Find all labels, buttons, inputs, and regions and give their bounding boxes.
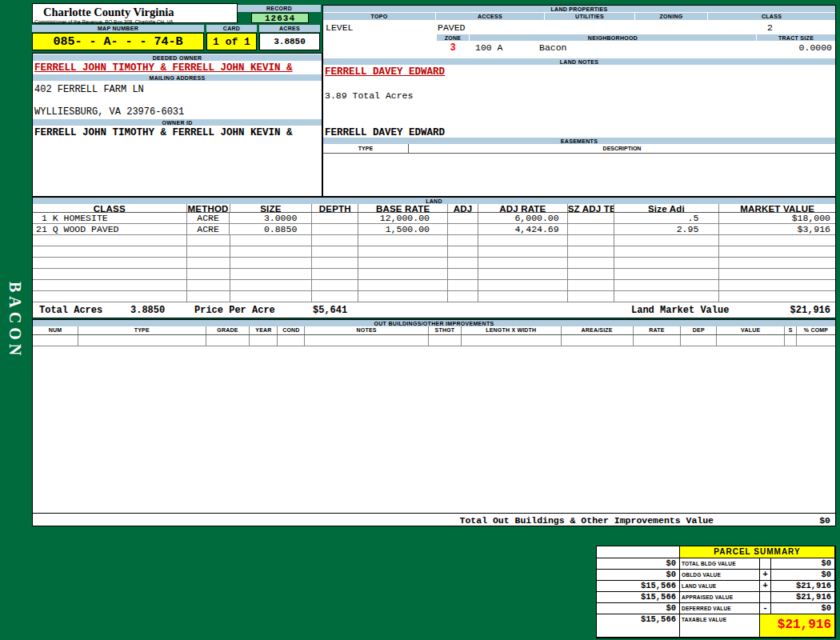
col-grade: GRADE bbox=[206, 326, 250, 334]
summary-operator bbox=[760, 558, 771, 570]
land-adj-rate: 4,424.69 bbox=[478, 224, 568, 234]
prior-taxable-value: $15,566 bbox=[597, 614, 680, 638]
tract-size-header: TRACT SIZE bbox=[757, 34, 835, 41]
label-taxable-value: TAXABLE VALUE bbox=[680, 614, 760, 638]
land-base-rate: 1,500.00 bbox=[358, 224, 448, 234]
land-properties-header: LAND PROPERTIES bbox=[323, 6, 835, 12]
neighborhood-header: NEIGHBORHOOD bbox=[470, 34, 756, 41]
col-sthgt: STHGT bbox=[429, 326, 462, 334]
land-method: ACRE bbox=[187, 224, 230, 234]
easements-columns: TYPE DESCRIPTION bbox=[323, 144, 835, 154]
owner-id-name: FERRELL JOHN TIMOTHY & FERRELL JOHN KEVI… bbox=[34, 127, 293, 138]
deeded-owner-name-continued: FERRELL DAVEY EDWARD bbox=[325, 66, 445, 78]
col-utilities: UTILITIES bbox=[545, 13, 634, 20]
label-land-value: LAND VALUE bbox=[680, 581, 760, 592]
col-pct-comp: % COMP bbox=[797, 326, 835, 334]
col-value: VALUE bbox=[717, 326, 785, 334]
out-buildings-section: OUT BUILDINGS/OTHER IMPROVEMENTS NUM TYP… bbox=[32, 319, 836, 526]
label-appraised-value: APPRAISED VALUE bbox=[680, 592, 760, 603]
owner-id-header: OWNER ID bbox=[33, 119, 322, 126]
neighborhood-vertical-label: BACON bbox=[6, 282, 24, 370]
neighborhood-code: 100 A bbox=[475, 42, 503, 53]
col-land-sz-adj-tbl: SZ ADJ TBL bbox=[568, 204, 614, 212]
land-table-header: LAND bbox=[33, 198, 835, 204]
col-land-market-value: MARKET VALUE bbox=[719, 204, 835, 212]
land-table-row: 21 Q WOOD PAVED ACRE 0.8850 1,500.00 4,4… bbox=[33, 224, 835, 235]
col-land-method: METHOD bbox=[187, 204, 230, 212]
col-cond: COND bbox=[278, 326, 305, 334]
col-rate: RATE bbox=[634, 326, 682, 334]
taxable-value: $21,916 bbox=[760, 614, 835, 638]
easements-col-description: DESCRIPTION bbox=[409, 144, 835, 153]
summary-operator: + bbox=[760, 581, 771, 592]
label-deferred-value: DEFERRED VALUE bbox=[680, 603, 760, 614]
col-land-depth: DEPTH bbox=[312, 204, 358, 212]
zone-header: ZONE bbox=[437, 34, 469, 41]
record-header: RECORD bbox=[238, 5, 321, 12]
prior-appraised-value: $15,566 bbox=[597, 592, 680, 603]
col-access: ACCESS bbox=[436, 13, 544, 20]
land-size: 0.8850 bbox=[230, 224, 312, 234]
prior-deferred-value: $0 bbox=[597, 603, 680, 614]
land-table-empty-row bbox=[33, 246, 835, 258]
out-buildings-header: OUT BUILDINGS/OTHER IMPROVEMENTS bbox=[33, 320, 835, 326]
class-value: 2 bbox=[705, 22, 835, 33]
col-class: CLASS bbox=[708, 13, 835, 20]
out-buildings-total-value: $0 bbox=[819, 515, 830, 526]
acres-value: 3.8850 bbox=[259, 33, 320, 50]
land-size-adj: .5 bbox=[614, 213, 720, 223]
land-market-value: $3,916 bbox=[719, 224, 835, 234]
out-buildings-total-row: Total Out Buildings & Other Improvements… bbox=[33, 513, 835, 526]
current-appraised-value: $21,916 bbox=[771, 592, 835, 603]
land-table-row: 1 K HOMESITE ACRE 3.0000 12,000.00 6,000… bbox=[33, 213, 835, 224]
land-note: 3.89 Total Acres bbox=[325, 90, 413, 101]
land-market-value-label: Land Market Value bbox=[631, 305, 729, 316]
col-dep: DEP bbox=[681, 326, 717, 334]
mailing-address-header: MAILING ADDRESS bbox=[33, 74, 322, 81]
label-total-bldg-value: TOTAL BLDG VALUE bbox=[680, 558, 760, 570]
easements-col-type: TYPE bbox=[323, 144, 409, 153]
tract-size-value: 0.0000 bbox=[757, 42, 832, 53]
col-zoning: ZONING bbox=[635, 13, 707, 20]
summary-corner-cell bbox=[597, 546, 680, 558]
total-acres-value: 3.8850 bbox=[130, 305, 165, 316]
deeded-owner-header: DEEDED OWNER bbox=[33, 54, 322, 61]
easements-header: EASEMENTS bbox=[323, 138, 835, 144]
land-adj-rate: 6,000.00 bbox=[478, 213, 568, 223]
land-base-rate: 12,000.00 bbox=[358, 213, 448, 223]
current-total-bldg-value: $0 bbox=[771, 558, 835, 570]
col-s: S bbox=[785, 326, 797, 334]
land-table-empty-row bbox=[33, 258, 835, 269]
land-notes-header: LAND NOTES bbox=[323, 58, 835, 65]
mailing-address-line2: WYLLIESBURG, VA 23976-6031 bbox=[34, 106, 184, 118]
col-land-adj: ADJ bbox=[448, 204, 478, 212]
land-size-adj: 2.95 bbox=[614, 224, 720, 234]
acres-header: ACRES bbox=[259, 25, 320, 32]
col-year: YEAR bbox=[250, 326, 278, 334]
col-length-width: LENGTH X WIDTH bbox=[462, 326, 562, 334]
col-type: TYPE bbox=[78, 326, 206, 334]
summary-operator: - bbox=[760, 603, 771, 614]
land-market-value-total: $21,916 bbox=[790, 305, 830, 316]
parcel-summary-title: PARCEL SUMMARY bbox=[680, 546, 835, 558]
col-topo: TOPO bbox=[323, 13, 435, 20]
land-properties-columns: TOPO ACCESS UTILITIES ZONING CLASS bbox=[323, 13, 835, 20]
out-buildings-columns: NUM TYPE GRADE YEAR COND NOTES STHGT LEN… bbox=[33, 326, 835, 335]
total-acres-label: Total Acres bbox=[39, 305, 102, 316]
land-size: 3.0000 bbox=[230, 213, 312, 223]
owner-id-name-continued: FERRELL DAVEY EDWARD bbox=[325, 127, 445, 138]
neighborhood-name: Bacon bbox=[539, 42, 567, 53]
land-table-empty-row bbox=[33, 269, 835, 280]
col-land-adj-rate: ADJ RATE bbox=[478, 204, 568, 212]
prior-obldg-value: $0 bbox=[597, 570, 680, 581]
parcel-summary: PARCEL SUMMARY $0 TOTAL BLDG VALUE $0 $0… bbox=[596, 546, 836, 638]
summary-operator bbox=[760, 592, 771, 603]
col-notes: NOTES bbox=[305, 326, 429, 334]
land-market-value: $18,000 bbox=[719, 213, 835, 223]
price-per-acre-value: $5,641 bbox=[313, 305, 347, 316]
col-num: NUM bbox=[33, 326, 78, 334]
owner-panel: DEEDED OWNER FERRELL JOHN TIMOTHY & FERR… bbox=[32, 53, 322, 197]
land-class: 21 Q WOOD PAVED bbox=[33, 224, 187, 234]
col-land-size-adj: Size Adj bbox=[614, 204, 720, 212]
card-value: 1 of 1 bbox=[206, 33, 257, 50]
